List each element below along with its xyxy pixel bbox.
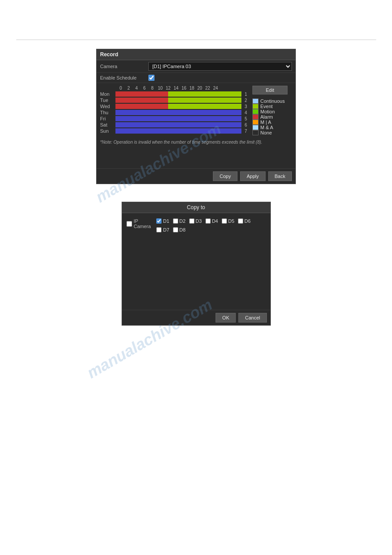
block[interactable]	[131, 104, 137, 109]
block[interactable]	[183, 128, 189, 134]
block[interactable]	[178, 110, 183, 115]
block[interactable]	[189, 98, 194, 103]
block[interactable]	[231, 116, 236, 121]
block[interactable]	[205, 110, 210, 115]
camera-checkbox-d5[interactable]	[222, 218, 227, 224]
block[interactable]	[210, 98, 215, 103]
block[interactable]	[183, 122, 189, 127]
block[interactable]	[173, 116, 178, 121]
camera-checkbox-d6[interactable]	[238, 218, 243, 224]
block[interactable]	[199, 98, 205, 103]
block[interactable]	[194, 116, 199, 121]
block[interactable]	[142, 122, 147, 127]
block[interactable]	[178, 104, 183, 109]
block[interactable]	[121, 91, 126, 97]
block[interactable]	[189, 110, 194, 115]
block[interactable]	[158, 110, 163, 115]
camera-dropdown[interactable]: [D1] IPCamera 03	[148, 62, 292, 71]
block[interactable]	[205, 91, 210, 97]
block[interactable]	[152, 104, 158, 109]
copy-button[interactable]: Copy	[213, 171, 237, 181]
block[interactable]	[168, 91, 173, 97]
block[interactable]	[158, 116, 163, 121]
block[interactable]	[131, 91, 137, 97]
block[interactable]	[158, 91, 163, 97]
block[interactable]	[137, 98, 142, 103]
block[interactable]	[183, 98, 189, 103]
block[interactable]	[115, 110, 121, 115]
block[interactable]	[189, 128, 194, 134]
block[interactable]	[210, 110, 215, 115]
block[interactable]	[199, 110, 205, 115]
block[interactable]	[183, 104, 189, 109]
block[interactable]	[236, 128, 241, 134]
block[interactable]	[226, 98, 231, 103]
block[interactable]	[236, 98, 241, 103]
block[interactable]	[131, 116, 137, 121]
block[interactable]	[199, 104, 205, 109]
block[interactable]	[173, 128, 178, 134]
block[interactable]	[189, 91, 194, 97]
block[interactable]	[210, 128, 215, 134]
block[interactable]	[142, 91, 147, 97]
block[interactable]	[220, 104, 226, 109]
block[interactable]	[215, 128, 220, 134]
block[interactable]	[147, 116, 152, 121]
block[interactable]	[210, 104, 215, 109]
block[interactable]	[183, 91, 189, 97]
block[interactable]	[194, 122, 199, 127]
block[interactable]	[152, 122, 158, 127]
block[interactable]	[137, 91, 142, 97]
block[interactable]	[163, 104, 168, 109]
block[interactable]	[205, 116, 210, 121]
block[interactable]	[152, 98, 158, 103]
camera-checkbox-d8[interactable]	[173, 227, 178, 232]
block[interactable]	[199, 128, 205, 134]
block[interactable]	[158, 104, 163, 109]
block[interactable]	[215, 122, 220, 127]
enable-schedule-checkbox[interactable]	[148, 75, 155, 81]
block[interactable]	[173, 98, 178, 103]
camera-checkbox-d1[interactable]	[156, 218, 162, 224]
block[interactable]	[115, 128, 121, 134]
block[interactable]	[163, 98, 168, 103]
block[interactable]	[231, 110, 236, 115]
block[interactable]	[152, 116, 158, 121]
block[interactable]	[199, 122, 205, 127]
block[interactable]	[168, 104, 173, 109]
block[interactable]	[147, 110, 152, 115]
block[interactable]	[147, 122, 152, 127]
block[interactable]	[142, 116, 147, 121]
block[interactable]	[189, 104, 194, 109]
block[interactable]	[236, 91, 241, 97]
block[interactable]	[178, 122, 183, 127]
block[interactable]	[236, 116, 241, 121]
block[interactable]	[178, 91, 183, 97]
block[interactable]	[163, 116, 168, 121]
block[interactable]	[121, 122, 126, 127]
block[interactable]	[236, 110, 241, 115]
block[interactable]	[121, 128, 126, 134]
block[interactable]	[194, 128, 199, 134]
block[interactable]	[142, 104, 147, 109]
block[interactable]	[115, 122, 121, 127]
block[interactable]	[178, 98, 183, 103]
block[interactable]	[226, 110, 231, 115]
block[interactable]	[199, 116, 205, 121]
camera-checkbox-d3[interactable]	[189, 218, 194, 224]
block[interactable]	[215, 116, 220, 121]
block[interactable]	[121, 104, 126, 109]
block[interactable]	[173, 104, 178, 109]
block[interactable]	[220, 110, 226, 115]
block[interactable]	[121, 110, 126, 115]
block[interactable]	[168, 128, 173, 134]
block[interactable]	[205, 98, 210, 103]
block[interactable]	[215, 110, 220, 115]
block[interactable]	[142, 110, 147, 115]
block[interactable]	[236, 104, 241, 109]
block[interactable]	[236, 122, 241, 127]
apply-button[interactable]: Apply	[240, 171, 266, 181]
block[interactable]	[126, 110, 131, 115]
block[interactable]	[163, 122, 168, 127]
block[interactable]	[178, 128, 183, 134]
